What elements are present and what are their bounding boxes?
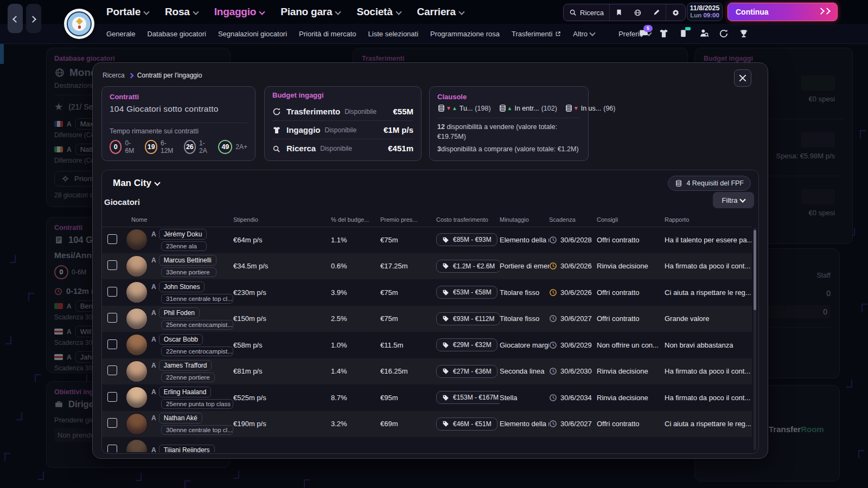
ffp-requirements-button[interactable]: 4 Requisiti del FPF <box>668 176 751 191</box>
search-label: Ricerca <box>580 9 604 17</box>
main-menu-item[interactable]: Società <box>356 6 400 18</box>
breadcrumb-root[interactable]: Ricerca <box>103 72 125 79</box>
player-desc[interactable]: 22enne portiere <box>161 373 215 382</box>
clause-chip[interactable]: ▼ ▲ In entr... (102) <box>499 104 557 112</box>
player-name[interactable]: Nathan Aké <box>159 413 202 423</box>
scouting-button[interactable] <box>699 28 710 39</box>
table-row[interactable]: A Jérémy Doku 23enne ala €64m p/s 1.1% €… <box>102 227 752 253</box>
player-name[interactable]: Oscar Bobb <box>159 334 203 345</box>
avatar <box>126 439 148 452</box>
table-row[interactable]: A John Stones 31enne centrale top cl... … <box>102 279 752 306</box>
notes-button[interactable] <box>609 4 628 21</box>
subnav-altro[interactable]: Altro <box>573 30 595 38</box>
breadcrumb-current: Contratti per l'ingaggio <box>137 72 202 79</box>
player-desc[interactable]: 23enne ala <box>161 241 207 251</box>
transfer-cost-pill[interactable]: €53M - €58M <box>436 286 497 299</box>
main-menu-item[interactable]: Portale <box>106 6 149 18</box>
transfer-cost-pill[interactable]: €27M - €36M <box>436 365 497 378</box>
chevron-left-icon <box>12 16 20 23</box>
table-row[interactable]: A Tijjani Reijnders <box>102 437 752 452</box>
col-scadenza[interactable]: Scadenza <box>549 216 597 223</box>
history-forward-button[interactable] <box>26 4 41 33</box>
advice-value: Non offrire un con... <box>597 341 665 349</box>
player-name[interactable]: Phil Foden <box>159 307 200 318</box>
transfer-cost-pill[interactable]: €153M - €167M <box>436 391 500 404</box>
clock-icon <box>549 288 557 297</box>
subnav-liste-selezionati[interactable]: Liste selezionati <box>368 30 419 38</box>
col-nome[interactable]: Nome <box>126 216 233 223</box>
team-selector[interactable]: Man City <box>113 178 159 189</box>
history-back-button[interactable] <box>8 4 23 33</box>
settings-button[interactable] <box>666 4 685 21</box>
subnav-priorita-di-mercato[interactable]: Priorità di mercato <box>299 30 356 38</box>
row-checkbox[interactable] <box>107 392 117 402</box>
player-desc[interactable]: 33enne portiere <box>161 267 216 277</box>
transfer-cost-pill[interactable]: €1.2M - €2.6M <box>436 260 500 273</box>
col-premio[interactable]: Premio pres... <box>380 216 436 223</box>
row-checkbox[interactable] <box>107 339 117 349</box>
player-name[interactable]: Jérémy Doku <box>159 229 207 240</box>
edit-button[interactable] <box>647 4 666 21</box>
game-date[interactable]: 11/8/2025 Lun 09:00 <box>687 3 723 21</box>
subnav-segnalazioni-giocatori[interactable]: Segnalazioni giocatori <box>218 30 287 38</box>
transfer-cost-pill[interactable]: €85M - €93M <box>436 233 497 246</box>
row-checkbox[interactable] <box>107 234 117 244</box>
table-row[interactable]: A Phil Foden 25enne centrocampist... €15… <box>102 306 752 332</box>
main-menu-item[interactable]: Piano gara <box>280 6 340 18</box>
subnav-database-giocatori[interactable]: Database giocatori <box>147 30 206 38</box>
scrollbar-thumb[interactable] <box>754 230 756 310</box>
world-button[interactable] <box>628 4 647 21</box>
sync-button[interactable] <box>719 28 730 39</box>
table-row[interactable]: A Oscar Bobb 22enne centrocampist... €58… <box>102 332 752 358</box>
main-menu-item[interactable]: Ingaggio <box>214 6 265 18</box>
subnav-programmazione-rosa[interactable]: Programmazione rosa <box>430 30 500 38</box>
player-desc[interactable]: 25enne centrocampist... <box>161 320 233 330</box>
inbox-button[interactable]: 5 <box>639 28 649 39</box>
close-button[interactable] <box>734 69 751 87</box>
chevron-right-icon <box>29 16 36 23</box>
table-row[interactable]: A Erling Haaland 25enne punta top class … <box>102 384 752 411</box>
subnav-generale[interactable]: Generale <box>106 30 135 38</box>
row-checkbox[interactable] <box>107 260 117 270</box>
row-checkbox[interactable] <box>107 313 117 323</box>
club-crest[interactable] <box>64 9 94 39</box>
player-name[interactable]: Erling Haaland <box>159 387 212 397</box>
budget-percent-value: 2.5% <box>331 314 380 323</box>
player-desc[interactable]: 31enne centrale top cl... <box>161 294 233 304</box>
col-percent-budget[interactable]: % del budge... <box>331 216 380 223</box>
table-scrollbar[interactable] <box>754 228 756 450</box>
continue-button[interactable]: Continua <box>727 3 838 21</box>
table-row[interactable]: A Nathan Aké 30enne centrale top cl... €… <box>102 411 752 438</box>
player-desc[interactable]: 30enne centrale top cl... <box>161 425 233 435</box>
row-checkbox[interactable] <box>107 445 117 452</box>
col-rapporto[interactable]: Rapporto <box>665 216 752 223</box>
player-name[interactable]: John Stones <box>159 281 205 292</box>
search-button[interactable]: Ricerca <box>564 4 609 21</box>
player-desc[interactable]: 25enne punta top class <box>161 399 233 409</box>
row-checkbox[interactable] <box>107 287 117 297</box>
transfer-cost-pill[interactable]: €46M - €51M <box>436 418 497 431</box>
col-stipendio[interactable]: Stipendio <box>233 216 331 223</box>
player-name[interactable]: Marcus Bettinelli <box>159 255 216 266</box>
squad-button[interactable] <box>659 28 669 39</box>
subnav-trasferimenti[interactable]: Trasferimenti <box>512 30 561 38</box>
clause-chip[interactable]: ▼ ▲ In us... (96) <box>565 104 616 112</box>
player-desc[interactable]: 22enne centrocampist... <box>161 346 233 356</box>
transfer-cost-pill[interactable]: €29M - €32M <box>436 338 497 351</box>
col-costo-trasferimento[interactable]: Costo trasferimento <box>436 216 500 223</box>
main-menu-item[interactable]: Carriera <box>417 6 464 18</box>
player-name[interactable]: Tijjani Reijnders <box>159 445 215 452</box>
clause-chip[interactable]: ▼ ▲ Tu... (198) <box>437 104 491 112</box>
filter-button[interactable]: Filtra <box>713 192 754 208</box>
main-menu-item[interactable]: Rosa <box>165 6 198 18</box>
table-row[interactable]: A James Trafford 22enne portiere €81m p/… <box>102 358 752 385</box>
table-row[interactable]: A Marcus Bettinelli 33enne portiere €34.… <box>102 253 752 280</box>
reports-button[interactable] <box>679 28 690 39</box>
competitions-button[interactable] <box>739 28 750 39</box>
col-consigli[interactable]: Consigli <box>597 216 665 223</box>
player-name[interactable]: James Trafford <box>159 360 212 371</box>
row-checkbox[interactable] <box>107 365 117 375</box>
row-checkbox[interactable] <box>107 418 117 428</box>
col-minutaggio[interactable]: Minutaggio <box>500 216 549 223</box>
transfer-cost-pill[interactable]: €93M - €112M <box>436 312 500 325</box>
